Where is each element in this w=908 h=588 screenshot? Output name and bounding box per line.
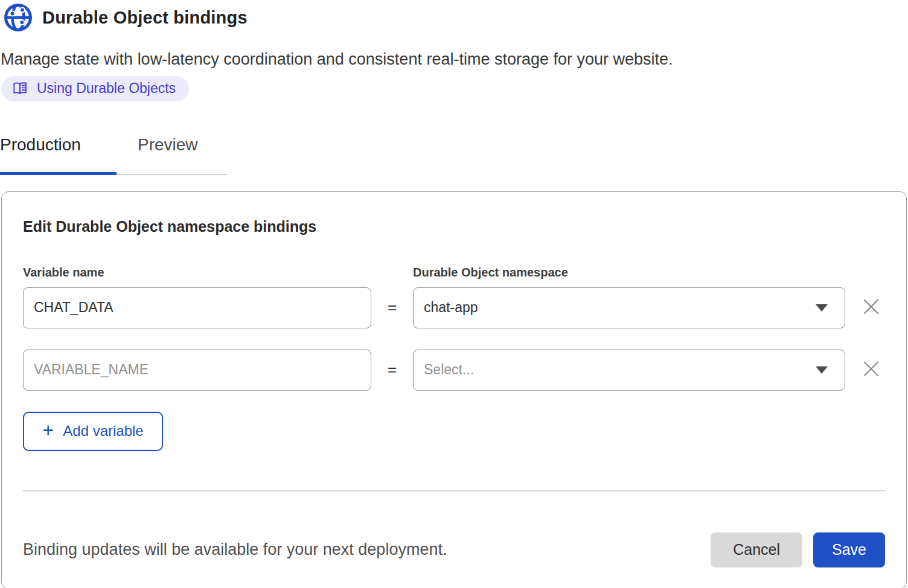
namespace-select[interactable]: chat-app (413, 287, 845, 328)
divider (23, 490, 885, 491)
using-durable-objects-link[interactable]: Using Durable Objects (1, 76, 189, 101)
bindings-card: Edit Durable Object namespace bindings V… (1, 191, 907, 588)
cancel-button[interactable]: Cancel (711, 532, 802, 567)
page-header: Durable Object bindings (0, 0, 908, 32)
deployment-note: Binding updates will be available for yo… (23, 540, 711, 559)
binding-row: = chat-app (23, 287, 885, 328)
card-heading: Edit Durable Object namespace bindings (23, 217, 885, 236)
save-button[interactable]: Save (813, 532, 885, 567)
remove-binding-button[interactable] (858, 295, 884, 321)
add-variable-button[interactable]: + Add variable (23, 412, 163, 451)
using-durable-objects-label: Using Durable Objects (37, 80, 176, 97)
binding-row: = Select... (23, 350, 885, 391)
namespace-select[interactable]: Select... (413, 350, 845, 391)
variable-name-column-label: Variable name (23, 265, 371, 280)
page-description: Manage state with low-latency coordinati… (1, 50, 908, 70)
close-icon (862, 359, 881, 380)
namespace-select-value: Select... (424, 362, 816, 378)
footer-buttons: Cancel Save (711, 532, 885, 567)
page-title: Durable Object bindings (42, 8, 248, 28)
column-labels: Variable name Durable Object namespace (23, 265, 885, 280)
durable-objects-globe-icon (4, 3, 33, 32)
variable-name-input[interactable] (23, 350, 371, 391)
variable-name-input[interactable] (23, 287, 371, 328)
open-book-icon (12, 80, 28, 97)
tab-production[interactable]: Production (0, 135, 117, 175)
equals-sign: = (371, 360, 413, 379)
chevron-down-icon (816, 304, 828, 312)
tab-preview[interactable]: Preview (117, 135, 227, 175)
namespace-column-label: Durable Object namespace (413, 265, 845, 280)
environment-tabs: Production Preview (0, 135, 227, 175)
namespace-select-value: chat-app (424, 299, 816, 316)
card-footer: Binding updates will be available for yo… (23, 532, 885, 567)
remove-binding-button[interactable] (858, 357, 884, 383)
chevron-down-icon (816, 366, 828, 374)
plus-icon: + (42, 420, 54, 440)
close-icon (862, 297, 881, 318)
add-variable-label: Add variable (63, 423, 143, 439)
equals-sign: = (371, 298, 413, 317)
